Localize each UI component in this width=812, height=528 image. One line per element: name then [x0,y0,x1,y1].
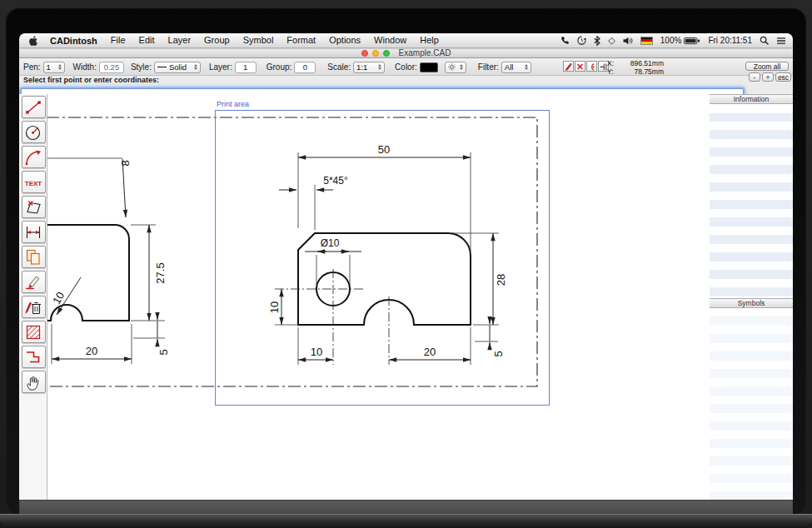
scale-dropdown[interactable]: 1:1 [353,62,385,73]
menu-help[interactable]: Help [413,33,446,47]
menu-bar: CADintosh File Edit Layer Group Symbol F… [19,33,793,47]
input-source-flag-german[interactable] [640,37,653,45]
snap-toggle-group [563,61,609,72]
dim-hole-offset: 10 [268,301,281,313]
half-circle-icon [587,62,596,72]
width-field[interactable]: 0.25 [99,62,124,73]
print-area-label: Print area [217,100,249,108]
scale-label: Scale: [327,62,351,72]
y-label: Y: [607,68,615,77]
window-title: Example.CAD [399,48,451,57]
tool-pan[interactable] [22,371,46,393]
stepper-icon [460,64,463,71]
close-button[interactable] [361,50,368,57]
settings-dropdown[interactable] [445,62,466,73]
battery-status[interactable]: 100% [660,36,701,45]
dim-step-5: 5 [492,351,505,356]
pen-mode-toggle[interactable] [563,61,574,72]
tool-delete[interactable] [22,296,46,318]
zoom-in-button[interactable]: + [762,72,774,82]
color-label: Color: [395,62,417,72]
filter-label: Filter: [478,62,499,72]
symbols-list[interactable] [710,308,793,500]
menu-edit[interactable]: Edit [132,33,162,47]
menu-file[interactable]: File [104,33,132,47]
menu-status-area: ◇ 100% Fri 20:11:51 [560,33,786,47]
stepper-icon [525,64,528,71]
information-list[interactable] [710,104,793,298]
right-panel: Information Symbols [710,94,793,500]
dim-height-28: 28 [495,274,507,286]
toolbar: Pen: 1 Width: 0.25 Style: Solid Layer: 1 [19,58,793,76]
style-label: Style: [131,62,152,72]
pen-dropdown[interactable]: 1 [43,62,65,73]
delete-mode-toggle[interactable] [575,61,585,72]
prompt-text: Select first point or enter coordinates: [23,76,159,84]
bluetooth-icon[interactable] [594,36,600,46]
cross-icon [575,62,585,72]
stepper-icon [194,64,197,71]
tool-copy[interactable] [22,246,46,268]
filter-dropdown[interactable]: All [501,62,531,73]
zoom-button[interactable] [383,50,390,57]
menu-app-name[interactable]: CADintosh [43,36,104,46]
laptop-base [0,514,812,528]
minimize-button[interactable] [372,50,379,57]
battery-percent: 100% [660,36,682,45]
menu-options[interactable]: Options [322,33,367,47]
dim-left-step: 5 [157,349,170,355]
content-area: TEXT [19,94,793,500]
svg-text:TEXT: TEXT [25,179,42,187]
tool-dimension[interactable] [22,221,46,243]
technical-drawing: Print area 8 27.5 10 [47,94,710,500]
dim-left-radius: 8 [119,160,132,166]
tool-polygon[interactable] [22,196,46,218]
notification-center-icon[interactable] [776,37,786,45]
shapes-icon[interactable]: ◇ [608,33,615,47]
volume-icon[interactable] [623,37,633,45]
screen: CADintosh File Edit Layer Group Symbol F… [19,33,793,515]
group-label: Group: [267,62,292,72]
layer-label: Layer: [209,62,232,72]
information-panel-header: Information [710,94,793,104]
tool-circle[interactable] [22,121,46,143]
dim-chamfer: 5*45° [323,175,348,187]
menu-clock[interactable]: Fri 20:11:51 [708,36,752,45]
menu-group[interactable]: Group [197,33,237,47]
drawing-canvas[interactable]: Print area 8 27.5 10 [47,94,710,500]
pen-label: Pen: [23,62,41,72]
menu-format[interactable]: Format [280,33,322,47]
tool-line[interactable] [22,96,46,118]
symbols-panel-header: Symbols [710,298,793,308]
spotlight-icon[interactable] [760,36,769,45]
desktop-background [19,500,793,515]
time-machine-icon[interactable] [577,36,586,45]
phone-icon[interactable] [560,36,570,45]
style-dropdown[interactable]: Solid [154,62,201,73]
menu-window[interactable]: Window [367,33,413,47]
color-swatch[interactable] [420,62,438,72]
dim-left-offset-10: 10 [311,346,322,358]
tool-palette: TEXT [19,94,47,500]
tool-polyline[interactable] [22,346,46,368]
zoom-out-button[interactable]: - [749,72,760,82]
tool-arc[interactable] [22,146,46,168]
cadintosh-window: Example.CAD Pen: 1 Width: 0.25 Style: So… [19,47,793,500]
layer-field[interactable]: 1 [235,62,257,73]
tool-modify[interactable] [22,271,46,293]
stepper-icon [58,64,62,71]
laptop-mockup: CADintosh File Edit Layer Group Symbol F… [0,0,812,528]
menu-layer[interactable]: Layer [162,33,198,47]
zoom-all-button[interactable]: Zoom all [745,62,789,71]
esc-button[interactable]: esc [775,72,791,82]
tool-text[interactable]: TEXT [22,171,46,193]
title-bar[interactable]: Example.CAD [19,47,793,58]
tool-hatch[interactable] [22,321,46,343]
arc-mode-toggle[interactable] [586,61,597,72]
dim-left-width: 20 [86,345,97,357]
group-field[interactable]: 0 [294,62,316,73]
menu-symbol[interactable]: Symbol [237,33,281,47]
apple-menu-icon[interactable] [27,36,43,46]
line-style-sample [157,67,167,67]
coordinate-input-wrap [21,84,744,94]
